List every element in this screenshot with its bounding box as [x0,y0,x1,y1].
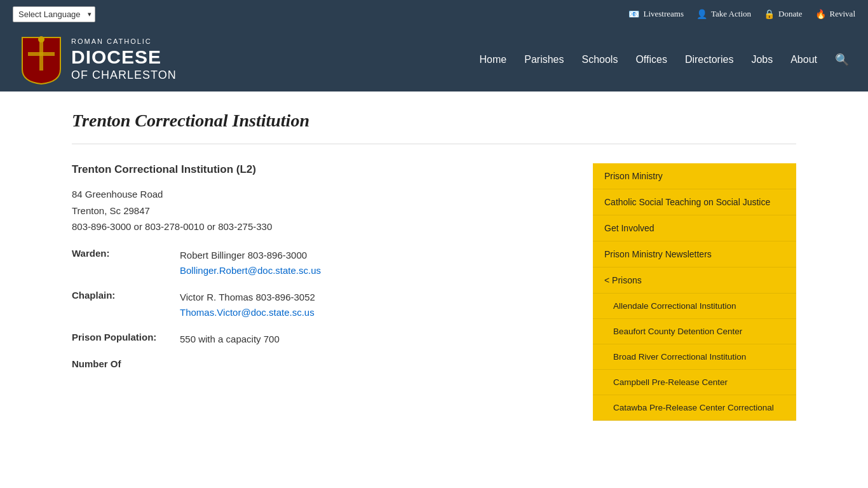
logo-diocese: DIOCESE [71,46,177,69]
revival-link[interactable]: 🔥 Revival [815,9,855,20]
nav-offices[interactable]: Offices [635,54,667,65]
nav-directories[interactable]: Directories [685,54,733,65]
warden-label: Warden: [72,248,180,278]
main-content: Trenton Correctional Institution (L2) 84… [72,163,567,381]
sidebar-menu: Prison Ministry Catholic Social Teaching… [593,163,796,421]
sidebar-beaufort[interactable]: Beaufort County Detention Center [593,319,796,344]
take-action-link[interactable]: 👤 Take Action [696,9,751,20]
donate-icon: 🔒 [764,9,775,20]
language-select[interactable]: Select Language [13,6,95,22]
warden-row: Warden: Robert Billinger 803-896-3000 Bo… [72,248,567,278]
detail-table: Warden: Robert Billinger 803-896-3000 Bo… [72,248,567,369]
population-value: 550 with a capacity 700 [180,332,280,347]
address-block: 84 Greenhouse Road Trenton, Sc 29847 803… [72,186,567,235]
page-content: Trenton Correctional Institution Trenton… [53,92,815,452]
revival-icon: 🔥 [815,9,826,20]
logo-text: ROMAN CATHOLIC DIOCESE OF CHARLESTON [71,37,177,83]
chaplain-name: Victor R. Thomas 803-896-3052 [180,290,315,305]
warden-value: Robert Billinger 803-896-3000 Bollinger.… [180,248,321,278]
language-selector-wrapper[interactable]: Select Language [13,6,95,22]
top-bar-left: Select Language [13,6,95,22]
address-line1: 84 Greenhouse Road [72,186,567,203]
sidebar-catawba[interactable]: Catawba Pre-Release Center Correctional [593,395,796,421]
nav-schools[interactable]: Schools [582,54,618,65]
chaplain-label: Chaplain: [72,290,180,320]
population-label: Prison Population: [72,332,180,347]
nav-about[interactable]: About [790,54,817,65]
svg-rect-1 [28,52,55,56]
content-layout: Trenton Correctional Institution (L2) 84… [72,163,796,421]
svg-rect-0 [39,42,43,71]
take-action-icon: 👤 [696,9,707,20]
livestreams-label: Livestreams [643,9,684,19]
search-button[interactable]: 🔍 [835,53,849,67]
warden-name: Robert Billinger 803-896-3000 [180,248,321,263]
revival-label: Revival [830,9,855,19]
sidebar: Prison Ministry Catholic Social Teaching… [593,163,796,421]
nav-jobs[interactable]: Jobs [751,54,773,65]
population-row: Prison Population: 550 with a capacity 7… [72,332,567,347]
address-line2: Trenton, Sc 29847 [72,203,567,219]
phones: 803-896-3000 or 803-278-0010 or 803-275-… [72,219,567,235]
take-action-label: Take Action [711,9,751,19]
chaplain-email[interactable]: Thomas.Victor@doc.state.sc.us [180,305,315,320]
top-bar: Select Language 📧 Livestreams 👤 Take Act… [0,0,868,28]
livestreams-link[interactable]: 📧 Livestreams [628,9,684,20]
sidebar-broad-river[interactable]: Broad River Correctional Institution [593,344,796,370]
number-of-row: Number Of [72,358,567,369]
institution-name: Trenton Correctional Institution (L2) [72,163,567,176]
site-header: ROMAN CATHOLIC DIOCESE OF CHARLESTON Hom… [0,28,868,92]
top-bar-right: 📧 Livestreams 👤 Take Action 🔒 Donate 🔥 R… [628,9,855,20]
sidebar-catholic-social[interactable]: Catholic Social Teaching on Social Justi… [593,189,796,215]
number-of-label: Number Of [72,358,180,369]
warden-email[interactable]: Bollinger.Robert@doc.state.sc.us [180,263,321,278]
sidebar-prisons-parent[interactable]: < Prisons [593,268,796,294]
logo-shield-icon [19,34,64,85]
sidebar-allendale[interactable]: Allendale Correctional Institution [593,294,796,319]
nav-parishes[interactable]: Parishes [524,54,564,65]
livestreams-icon: 📧 [628,9,639,20]
logo-roman-catholic: ROMAN CATHOLIC [71,37,177,46]
logo-of-charleston: OF CHARLESTON [71,69,177,83]
chaplain-value: Victor R. Thomas 803-896-3052 Thomas.Vic… [180,290,315,320]
main-nav: Home Parishes Schools Offices Directorie… [480,53,849,67]
donate-link[interactable]: 🔒 Donate [764,9,803,20]
sidebar-get-involved[interactable]: Get Involved [593,215,796,241]
chaplain-row: Chaplain: Victor R. Thomas 803-896-3052 … [72,290,567,320]
logo[interactable]: ROMAN CATHOLIC DIOCESE OF CHARLESTON [19,34,177,85]
sidebar-newsletters[interactable]: Prison Ministry Newsletters [593,241,796,268]
donate-label: Donate [778,9,803,19]
nav-home[interactable]: Home [480,54,507,65]
sidebar-prison-ministry[interactable]: Prison Ministry [593,163,796,189]
svg-point-2 [38,36,44,43]
page-title: Trenton Correctional Institution [72,111,796,131]
page-title-section: Trenton Correctional Institution [72,111,796,144]
sidebar-campbell[interactable]: Campbell Pre-Release Center [593,370,796,395]
